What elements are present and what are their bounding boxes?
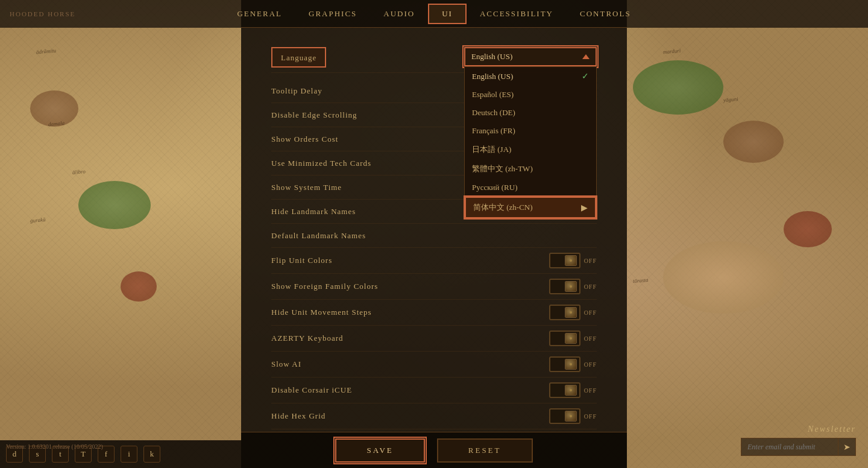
terrain-decor: [121, 271, 157, 302]
terrain-decor: [723, 121, 784, 163]
hide-unit-movement-steps-row: Hide Unit Movement Steps OFF: [271, 300, 597, 326]
brand-text: HOODED HORSE: [10, 10, 75, 17]
toggle-off-label: OFF: [584, 387, 597, 394]
toggle-off-label: OFF: [584, 335, 597, 342]
flip-unit-colors-switch[interactable]: [549, 253, 580, 268]
show-foreign-family-colors-switch[interactable]: [549, 279, 580, 294]
hide-unit-movement-steps-toggle[interactable]: OFF: [549, 305, 597, 320]
hide-hex-grid-switch[interactable]: [549, 408, 580, 424]
azerty-keyboard-label: AZERTY Keyboard: [271, 334, 344, 343]
hide-unit-movement-steps-switch[interactable]: [549, 305, 580, 320]
slow-ai-toggle[interactable]: OFF: [549, 356, 597, 372]
slow-ai-row: Slow AI OFF: [271, 352, 597, 378]
brand-area: HOODED HORSE: [0, 0, 241, 28]
disable-corsair-icue-toggle[interactable]: OFF: [549, 382, 597, 398]
use-minimized-tech-cards-label: Use Minimized Tech Cards: [271, 159, 371, 168]
tab-general[interactable]: GENERAL: [224, 4, 295, 24]
flip-unit-colors-row: Flip Unit Colors OFF: [271, 248, 597, 274]
dropdown-arrow-icon: [582, 54, 590, 59]
hide-landmark-names-label: Hide Landmark Names: [271, 207, 356, 217]
disable-corsair-icue-switch[interactable]: [549, 382, 580, 398]
language-dropdown-list: English (US) ✓ Español (ES) Deutsch (DE)…: [464, 66, 597, 219]
lang-option-ru[interactable]: Русский (RU): [465, 179, 596, 197]
show-orders-cost-label: Show Orders Cost: [271, 134, 338, 144]
slow-ai-switch[interactable]: [549, 356, 580, 372]
hide-hex-grid-label: Hide Hex Grid: [271, 411, 326, 421]
tab-audio[interactable]: AUDIO: [370, 4, 428, 24]
settings-panel: GENERAL GRAPHICS AUDIO UI ACCESSIBILITY …: [241, 0, 627, 468]
lang-option-de[interactable]: Deutsch (DE): [465, 104, 596, 122]
toggle-off-label: OFF: [584, 413, 597, 420]
instagram-icon[interactable]: i: [121, 446, 137, 463]
tab-ui[interactable]: UI: [428, 4, 467, 24]
terrain-decor: [784, 211, 832, 247]
toggle-knob: [565, 359, 577, 370]
default-landmark-names-row: Default Landmark Names: [271, 224, 597, 248]
toggle-off-label: OFF: [584, 283, 597, 290]
language-setting-row: Language English (US) English (US) ✓ Esp…: [271, 40, 597, 73]
language-dropdown[interactable]: English (US) English (US) ✓ Español (ES)…: [464, 47, 597, 66]
language-selected[interactable]: English (US): [464, 47, 597, 66]
language-label: Language: [281, 53, 316, 62]
show-foreign-family-colors-row: Show Foreign Family Colors OFF: [271, 274, 597, 300]
cursor-icon: ▶: [581, 203, 588, 213]
disable-corsair-icue-row: Disable Corsair iCUE OFF: [271, 378, 597, 403]
bottom-bar: Save Reset: [241, 432, 627, 468]
lang-option-es[interactable]: Español (ES): [465, 86, 596, 104]
newsletter-section: Newsletter ➤: [741, 425, 856, 456]
lang-option-ja[interactable]: 日本語 (JA): [465, 140, 596, 159]
hide-hex-grid-row: Hide Hex Grid OFF: [271, 403, 597, 429]
toggle-knob: [565, 307, 577, 318]
show-system-time-label: Show System Time: [271, 183, 342, 192]
hide-hex-grid-toggle[interactable]: OFF: [549, 408, 597, 424]
slow-ai-label: Slow AI: [271, 359, 301, 369]
show-foreign-family-colors-label: Show Foreign Family Colors: [271, 282, 378, 291]
show-foreign-family-colors-toggle[interactable]: OFF: [549, 279, 597, 294]
save-button[interactable]: Save: [335, 438, 424, 463]
map-label: ālibro: [72, 168, 86, 176]
toggle-off-label: OFF: [584, 361, 597, 368]
toggle-off-label: OFF: [584, 309, 597, 316]
toggle-knob: [565, 333, 577, 344]
azerty-keyboard-row: AZERTY Keyboard OFF: [271, 326, 597, 352]
hide-unit-movement-steps-label: Hide Unit Movement Steps: [271, 308, 372, 317]
lang-option-fr[interactable]: Français (FR): [465, 122, 596, 140]
flip-unit-colors-label: Flip Unit Colors: [271, 256, 332, 265]
disable-corsair-icue-label: Disable Corsair iCUE: [271, 385, 352, 395]
newsletter-email-input[interactable]: [741, 439, 838, 455]
settings-content: Language English (US) English (US) ✓ Esp…: [241, 28, 627, 432]
lang-option-en-us[interactable]: English (US) ✓: [465, 67, 596, 86]
flip-unit-colors-toggle[interactable]: OFF: [549, 253, 597, 268]
default-landmark-names-label: Default Landmark Names: [271, 231, 366, 241]
language-label-box: Language: [271, 47, 326, 68]
terrain-decor: [633, 60, 723, 115]
language-selected-value: English (US): [471, 52, 512, 62]
toggle-knob: [565, 411, 577, 422]
toggle-knob: [565, 385, 577, 396]
nav-tabs: GENERAL GRAPHICS AUDIO UI ACCESSIBILITY …: [241, 0, 627, 28]
tab-controls[interactable]: CONTROLS: [567, 4, 644, 24]
tiktok-icon[interactable]: k: [143, 446, 160, 463]
azerty-keyboard-switch[interactable]: [549, 330, 580, 346]
check-icon: ✓: [582, 71, 589, 81]
tooltip-delay-label: Tooltip Delay: [271, 86, 322, 96]
terrain-decor: [663, 241, 784, 314]
toggle-knob: [565, 281, 577, 292]
newsletter-title: Newsletter: [741, 425, 856, 434]
right-panel-top: [627, 0, 868, 28]
newsletter-send-button[interactable]: ➤: [838, 438, 855, 455]
lang-option-zh-cn[interactable]: 简体中文 (zh-CN) ▶: [465, 197, 596, 218]
map-label: yāguni: [723, 96, 738, 103]
toggle-off-label: OFF: [584, 258, 597, 264]
disable-edge-scrolling-label: Disable Edge Scrolling: [271, 110, 357, 120]
azerty-keyboard-toggle[interactable]: OFF: [549, 330, 597, 346]
lang-option-zh-tw[interactable]: 繁體中文 (zh-TW): [465, 159, 596, 179]
newsletter-input-row: ➤: [741, 438, 856, 456]
version-text: Version: 1.0.63201 release (10/05/2022): [6, 443, 103, 450]
terrain-decor: [78, 181, 151, 229]
reset-button[interactable]: Reset: [437, 438, 533, 463]
tab-accessibility[interactable]: ACCESSIBILITY: [467, 4, 567, 24]
toggle-knob: [565, 255, 577, 266]
tab-graphics[interactable]: GRAPHICS: [295, 4, 370, 24]
